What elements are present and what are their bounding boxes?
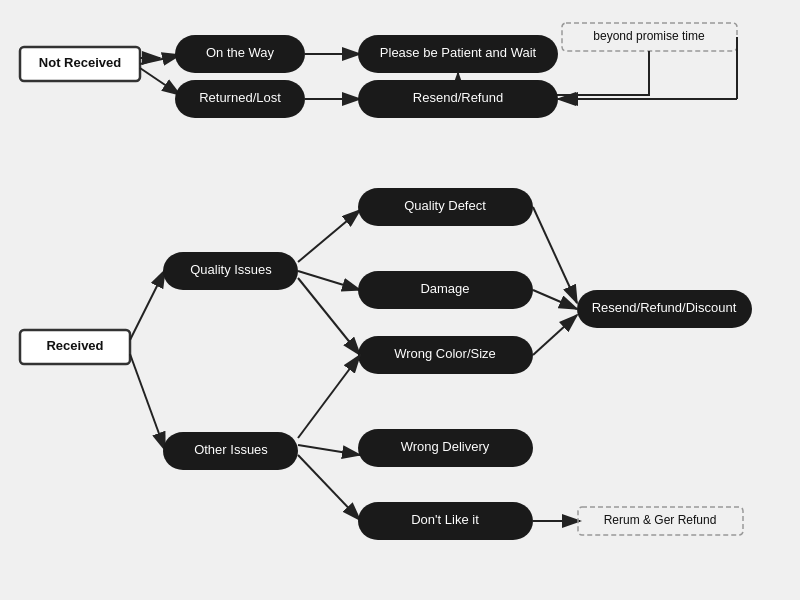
wrong-delivery-label: Wrong Delivery	[401, 439, 490, 454]
arrow-wcs-rrd	[533, 315, 577, 355]
arrow-damage-rrd	[533, 290, 577, 309]
quality-issues-label: Quality Issues	[190, 262, 272, 277]
return-refund-label: Rerum & Ger Refund	[604, 513, 717, 527]
wrong-color-label: Wrong Color/Size	[394, 346, 496, 361]
resend-refund-top-label: Resend/Refund	[413, 90, 503, 105]
arrow-rec-qi	[130, 270, 165, 340]
on-the-way-label: On the Way	[206, 45, 275, 60]
resend-discount-label: Resend/Refund/Discount	[592, 300, 737, 315]
please-wait-label: Please be Patient and Wait	[380, 45, 537, 60]
damage-label: Damage	[420, 281, 469, 296]
beyond-promise-label: beyond promise time	[593, 29, 705, 43]
not-received-label: Not Received	[39, 55, 121, 70]
arrow-oi-wcs	[298, 355, 360, 438]
arrow-nr-to-onway	[140, 55, 180, 64]
arrow-nr-returned	[140, 68, 180, 95]
arrow-qi-damage	[298, 271, 360, 290]
arrow-rec-oi	[130, 354, 165, 450]
dont-like-label: Don't Like it	[411, 512, 479, 527]
arrow-oi-dli	[298, 455, 360, 520]
arrow-qd-rrd	[533, 207, 577, 303]
other-issues-label: Other Issues	[194, 442, 268, 457]
received-label: Received	[46, 338, 103, 353]
arrow-qi-wcs	[298, 278, 360, 355]
returned-lost-label: Returned/Lost	[199, 90, 281, 105]
arrow-oi-wd	[298, 445, 360, 455]
quality-defect-label: Quality Defect	[404, 198, 486, 213]
arrow-qi-qd	[298, 210, 360, 262]
